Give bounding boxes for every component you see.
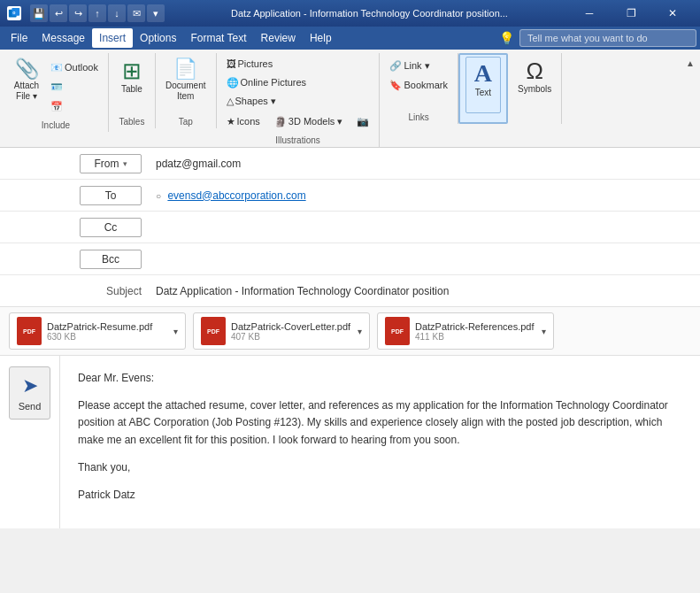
more-button[interactable]: ▾: [147, 4, 165, 22]
menu-insert[interactable]: Insert: [92, 28, 133, 48]
symbols-icon: Ω: [526, 59, 542, 82]
attachment-references-info: DatzPatrick-References.pdf 411 KB: [415, 321, 536, 342]
signature: Patrick Datz: [78, 487, 682, 504]
email-compose-area: From ▾ pdatz@gmail.com To ○ evensd@abcco…: [0, 148, 700, 528]
quick-access-toolbar: 💾 ↩ ↪ ↑ ↓ ✉ ▾: [30, 4, 165, 22]
shapes-label: Shapes ▾: [235, 96, 276, 107]
icons-button[interactable]: ★ Icons: [222, 112, 265, 130]
pdf-text-3: PDF: [391, 328, 404, 335]
attachment-resume[interactable]: PDF DatzPatrick-Resume.pdf 630 KB ▾: [9, 312, 186, 350]
send-area: ➤ Send: [0, 356, 60, 528]
3d-models-button[interactable]: 🗿 3D Models ▾: [270, 112, 348, 130]
ribbon-group-include: 📎 AttachFile ▾ 📧 Outlook 🪪 📅 Inc: [4, 53, 109, 132]
undo-button[interactable]: ↩: [50, 4, 67, 22]
to-label: To: [105, 189, 117, 202]
menu-format-text[interactable]: Format Text: [183, 28, 253, 48]
to-label-area: To: [0, 186, 149, 205]
search-input[interactable]: [519, 29, 696, 47]
attachment-coverletter-info: DatzPatrick-CoverLetter.pdf 407 KB: [231, 321, 352, 342]
screenshot-button[interactable]: 📷: [352, 112, 373, 130]
attachments-bar: PDF DatzPatrick-Resume.pdf 630 KB ▾ PDF …: [0, 307, 700, 356]
menu-help[interactable]: Help: [303, 28, 339, 48]
text-label: Text: [475, 88, 491, 98]
attach-file-button[interactable]: 📎 AttachFile ▾: [9, 55, 44, 112]
from-label: From: [95, 158, 119, 170]
email-body[interactable]: Dear Mr. Evens: Please accept the attach…: [60, 356, 700, 528]
menu-bar: File Message Insert Options Format Text …: [0, 27, 700, 50]
menu-message[interactable]: Message: [35, 28, 92, 48]
online-pictures-icon: 🌐: [227, 77, 239, 89]
ribbon-group-tables: ⊞ Table Tables: [109, 53, 156, 128]
up-button[interactable]: ↑: [88, 4, 106, 22]
text-buttons: A Text: [465, 55, 501, 115]
3d-models-icon: 🗿: [274, 116, 287, 127]
attachment-references[interactable]: PDF DatzPatrick-References.pdf 411 KB ▾: [377, 312, 554, 350]
greeting: Dear Mr. Evens:: [78, 370, 682, 387]
tap-label: Tap: [179, 113, 193, 128]
svg-text:o: o: [12, 10, 15, 15]
menu-options[interactable]: Options: [133, 28, 183, 48]
window-controls: ─ ❐ ✕: [569, 0, 693, 27]
pictures-button[interactable]: 🖼 Pictures: [222, 55, 278, 73]
title-bar-left: o 💾 ↩ ↪ ↑ ↓ ✉ ▾: [7, 4, 170, 22]
pictures-icon: 🖼: [227, 58, 236, 69]
online-pictures-button[interactable]: 🌐 Online Pictures: [222, 73, 312, 91]
calendar-icon: 📅: [50, 101, 63, 112]
send-icon: ➤: [22, 374, 38, 397]
menu-file[interactable]: File: [4, 28, 35, 48]
outlook-item-button[interactable]: 📧 Outlook: [46, 58, 103, 76]
table-button[interactable]: ⊞ Table: [114, 55, 150, 112]
body-area: ➤ Send Dear Mr. Evens: Please accept the…: [0, 356, 700, 528]
menu-review[interactable]: Review: [254, 28, 303, 48]
subject-value[interactable]: Datz Application - Information Technolog…: [149, 280, 700, 303]
search-area: 💡: [499, 29, 696, 47]
from-row: From ▾ pdatz@gmail.com: [0, 148, 700, 180]
close-button[interactable]: ✕: [652, 0, 693, 27]
to-email-link[interactable]: evensd@abccorporation.com: [167, 189, 305, 202]
to-value: ○ evensd@abccorporation.com: [149, 184, 700, 207]
attachment-references-dropdown[interactable]: ▾: [542, 327, 546, 336]
minimize-button[interactable]: ─: [569, 0, 610, 27]
tables-label: Tables: [119, 113, 144, 128]
send-button[interactable]: ➤ Send: [9, 366, 51, 420]
bookmark-button[interactable]: 🔖 Bookmark: [385, 76, 452, 94]
bcc-button[interactable]: Bcc: [80, 250, 142, 269]
document-item-button[interactable]: 📄 DocumentItem: [161, 55, 211, 112]
text-button[interactable]: A Text: [465, 57, 501, 113]
bcc-value: [149, 254, 700, 265]
tap-buttons: 📄 DocumentItem: [161, 53, 211, 113]
pdf-icon-references: PDF: [385, 317, 410, 345]
symbols-button[interactable]: Ω Symbols: [513, 55, 556, 112]
from-button[interactable]: From ▾: [80, 154, 142, 173]
ribbon-groups: 📎 AttachFile ▾ 📧 Outlook 🪪 📅 Inc: [0, 53, 700, 147]
ribbon-group-links: 🔗 Link ▾ 🔖 Bookmark Links: [380, 53, 458, 124]
outlook-icon: o: [7, 6, 21, 20]
shapes-button[interactable]: △ Shapes ▾: [222, 92, 281, 110]
redo-button[interactable]: ↪: [69, 4, 87, 22]
down-button[interactable]: ↓: [108, 4, 126, 22]
calendar-button[interactable]: 📅: [46, 97, 103, 115]
attach-icon: 📎: [15, 59, 39, 79]
ribbon-collapse-button[interactable]: ▲: [684, 57, 696, 70]
bcc-label-area: Bcc: [0, 250, 149, 269]
pdf-text: PDF: [23, 328, 35, 335]
cc-button[interactable]: Cc: [80, 218, 142, 237]
attachment-coverletter-dropdown[interactable]: ▾: [358, 327, 362, 336]
envelope-button[interactable]: ✉: [127, 4, 145, 22]
cc-value: [149, 222, 700, 233]
business-card-button[interactable]: 🪪: [46, 78, 103, 96]
subject-row: Subject Datz Application - Information T…: [0, 275, 700, 307]
attachment-resume-info: DatzPatrick-Resume.pdf 630 KB: [47, 321, 168, 342]
restore-button[interactable]: ❐: [611, 0, 651, 27]
to-button[interactable]: To: [80, 186, 142, 205]
link-button[interactable]: 🔗 Link ▾: [385, 57, 434, 74]
body-paragraph1: Please accept the attached resume, cover…: [78, 397, 682, 449]
links-buttons: 🔗 Link ▾ 🔖 Bookmark: [385, 53, 452, 96]
attachment-resume-dropdown[interactable]: ▾: [173, 327, 178, 336]
ribbon-group-illustrations: 🖼 Pictures 🌐 Online Pictures △ Shapes ▾: [217, 53, 381, 147]
outlook-item-label: Outlook: [65, 62, 98, 73]
table-icon: ⊞: [122, 59, 142, 82]
attachment-coverletter[interactable]: PDF DatzPatrick-CoverLetter.pdf 407 KB ▾: [193, 312, 370, 350]
cc-label-area: Cc: [0, 218, 149, 237]
save-button[interactable]: 💾: [30, 4, 48, 22]
